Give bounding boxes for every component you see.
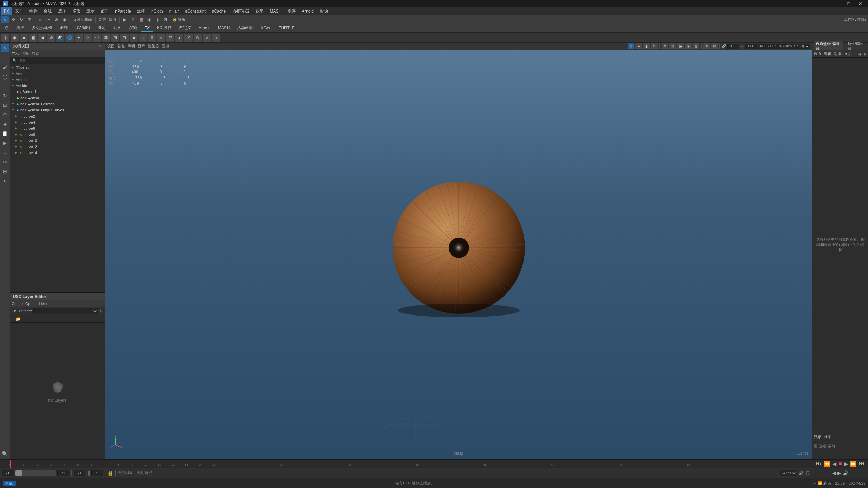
play-next-frame[interactable]: ▶ [844, 461, 848, 467]
bb-icon1[interactable]: 🔒 [107, 470, 113, 476]
tab-sculpt[interactable]: 雕刻 [56, 24, 71, 32]
shelf-icon-18[interactable]: ⌗ [157, 34, 165, 42]
rb-icon1[interactable]: ◀ [832, 470, 836, 476]
vp-far-input[interactable] [745, 44, 757, 49]
tree-item-curve12[interactable]: ▶ ◇ curve12 [10, 144, 105, 150]
timeline[interactable]: 0 1 2 3 4 5 6 7 8 9 10 11 12 13 14 15 20… [0, 459, 812, 468]
rp-label-display[interactable]: 显示 [844, 51, 852, 56]
tree-item-curve4[interactable]: ▶ ◇ curve4 [10, 119, 105, 125]
shelf-icon-17[interactable]: ⊠ [148, 34, 156, 42]
tab-mash[interactable]: MASH [215, 25, 233, 32]
usd-menu-option[interactable]: Option [25, 302, 36, 306]
rb-option-tab[interactable]: 选项 [819, 444, 826, 449]
tb-option5[interactable]: ⊠ [162, 16, 169, 23]
vp-btn-option4[interactable]: ◉ [685, 43, 692, 49]
shelf-icon-10[interactable]: ✧ [84, 34, 92, 42]
menu-effects[interactable]: 效果 [253, 7, 267, 15]
vp-btn-camera[interactable]: ⊞ [628, 43, 634, 49]
tab-xgen[interactable]: XGen [257, 25, 275, 32]
end-frame-input[interactable] [57, 470, 69, 476]
menu-modify[interactable]: 修改 [70, 7, 83, 15]
menu-help[interactable]: 帮助 [317, 7, 331, 15]
maximize-button[interactable]: □ [844, 0, 854, 7]
outliner-menu-panel[interactable]: 面板 [22, 51, 29, 56]
shelf-icon-6[interactable]: ⊕ [47, 34, 55, 42]
tool-multi-cut[interactable]: ✂ [1, 158, 9, 166]
close-button[interactable]: ✕ [855, 0, 865, 7]
shelf-icon-16[interactable]: ◇ [139, 34, 147, 42]
tb-option4[interactable]: ◎ [154, 16, 161, 23]
shelf-icon-2[interactable]: ◉ [11, 34, 19, 42]
vp-btn-shading2[interactable]: ◧ [643, 43, 650, 49]
tool-move[interactable]: ✛ [9, 16, 17, 23]
tree-item-curve6[interactable]: ▶ ◇ curve6 [10, 125, 105, 131]
shelf-icon-1[interactable]: ◎ [1, 34, 9, 42]
tool-select[interactable]: ↖ [1, 16, 9, 23]
tool-scale[interactable]: ⊞ [26, 16, 33, 23]
tree-item-hairsystem1[interactable]: ◆ hairSystem1 [10, 95, 105, 101]
tool-lasso[interactable]: ⊹ [1, 54, 9, 62]
usd-folder-icon[interactable]: 📁 [16, 317, 21, 321]
search-input[interactable] [18, 59, 103, 63]
tab-arnold[interactable]: Arnold [195, 25, 214, 32]
tree-item-front[interactable]: ▶ 📷 front [10, 77, 105, 83]
vp-btn-option1[interactable]: ⊕ [662, 43, 668, 49]
tool-universal[interactable]: ⊕ [1, 110, 9, 119]
menu-cache[interactable]: 缓存 [285, 7, 298, 15]
shelf-icon-15[interactable]: ◆ [130, 34, 138, 42]
play-stop[interactable]: ■ [839, 461, 842, 467]
tb-option1[interactable]: ⊕ [129, 16, 137, 23]
fps-select[interactable]: 24 fps [780, 470, 797, 476]
shelf-icon-13[interactable]: ⊞ [111, 34, 119, 42]
tab-uv[interactable]: UV 编辑 [72, 24, 94, 32]
rp-collapse-icon[interactable]: ▶ [864, 52, 867, 56]
menu-edit[interactable]: 编辑 [27, 7, 40, 15]
tree-item-curve8[interactable]: ▶ ◇ curve8 [10, 131, 105, 138]
play-jump-start[interactable]: ⏮ [816, 461, 822, 467]
shelf-icon-19[interactable]: ▽ [166, 34, 174, 42]
tab-custom[interactable]: 自定义 [176, 24, 195, 32]
usd-refresh-icon[interactable]: ↻ [99, 309, 103, 313]
menu-display[interactable]: 显示 [84, 7, 97, 15]
tb-option3[interactable]: ◉ [145, 16, 153, 23]
usd-menu-help[interactable]: Help [39, 302, 47, 306]
shelf-icon-7[interactable]: 🌊 [56, 34, 64, 42]
tb-render[interactable]: ▶ [121, 16, 129, 23]
tool-crease[interactable]: ≈ [1, 148, 9, 157]
snap-surface[interactable]: ◈ [61, 16, 68, 23]
tool-snap-together[interactable]: ⊟ [1, 167, 9, 176]
vp-near-input[interactable] [727, 44, 739, 49]
rb-layer-tab[interactable]: 层 [814, 444, 817, 449]
menu-mash[interactable]: MASH [267, 7, 284, 15]
vp-menu-view[interactable]: 视图 [107, 44, 115, 49]
vp-menu-renderer[interactable]: 渲染器 [148, 44, 159, 49]
usd-add-icon[interactable]: + [12, 316, 14, 322]
rb-icon3[interactable]: 🔊 [843, 470, 848, 476]
outliner-menu-help[interactable]: 帮助 [32, 51, 39, 56]
shelf-icon-3[interactable]: ■ [20, 34, 28, 42]
play-prev-frame[interactable]: ◀ [832, 461, 836, 467]
tab-fx[interactable]: FX [141, 25, 153, 32]
mel-indicator[interactable]: MEL [3, 481, 16, 486]
rb-help-tab[interactable]: 帮助 [828, 444, 835, 449]
tb-option2[interactable]: ▦ [137, 16, 145, 23]
vp-menu-panel[interactable]: 面板 [162, 44, 169, 49]
scrubber-thumb[interactable] [15, 470, 22, 476]
bb-mute-icon[interactable]: 🔊 [798, 471, 804, 475]
shelf-icon-20[interactable]: ▴ [175, 34, 183, 42]
tab-render[interactable]: 渲染 [125, 24, 140, 32]
vp-btn-shading3[interactable]: □ [651, 43, 658, 49]
tool-search[interactable]: 🔍 [1, 450, 9, 458]
shelf-icon-23[interactable]: ⋄ [203, 34, 211, 42]
rp-label-edit[interactable]: 编辑 [824, 51, 831, 56]
vp-btn-option5[interactable]: ◎ [693, 43, 699, 49]
start-frame-input[interactable] [2, 470, 14, 476]
play-prev-key[interactable]: ⏪ [824, 461, 830, 467]
tool-paint[interactable]: 🖌 [1, 63, 9, 71]
tool-attr[interactable]: 📋 [1, 129, 9, 138]
vp-btn-option2[interactable]: ⊟ [669, 43, 676, 49]
tab-anim[interactable]: 动画 [110, 24, 125, 32]
tool-rotate2[interactable]: ↻ [1, 92, 9, 100]
shelf-icon-8[interactable]: 🌀 [65, 34, 74, 42]
tab-poly[interactable]: 多边形建模 [28, 24, 56, 32]
